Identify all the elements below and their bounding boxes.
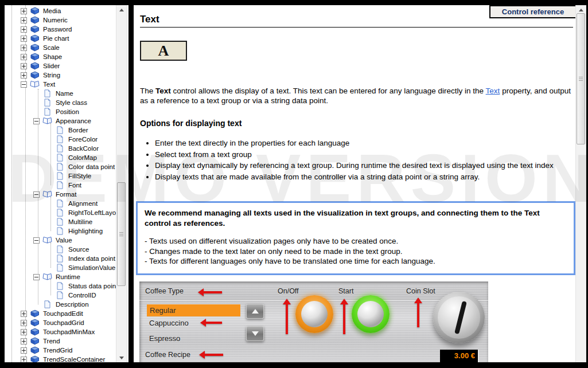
content-scrollbar-thumb[interactable] [577, 13, 585, 144]
coffee-type-option-regular: Regular [147, 304, 240, 316]
tree-item-touchpadgrid[interactable]: TouchpadGrid [5, 318, 116, 327]
tree-item-numeric[interactable]: Numeric [5, 15, 116, 25]
tree-item-trendscalecontainer[interactable]: TrendScaleContainer [5, 355, 116, 362]
up-triangle-icon [252, 309, 259, 314]
expand-icon[interactable] [21, 17, 27, 24]
list-up-button [246, 304, 264, 319]
tree-item-trend[interactable]: Trend [5, 336, 116, 346]
expand-icon[interactable] [21, 347, 27, 354]
expand-icon[interactable] [21, 329, 27, 335]
tree-item-colormap[interactable]: ColorMap [5, 153, 116, 162]
tree-item-label: Source [67, 246, 90, 253]
collapse-icon[interactable] [33, 274, 40, 280]
collapse-icon[interactable] [21, 81, 27, 88]
tree-item-color-data-point[interactable]: Color data point [5, 162, 116, 171]
tree-item-runtime[interactable]: Runtime [5, 272, 116, 281]
tree-item-label: Numeric [42, 17, 69, 24]
expand-icon[interactable] [21, 8, 27, 14]
tree-item-label: Text [42, 81, 56, 88]
tree-item-simulationvalue[interactable]: SimulationValue [5, 263, 116, 272]
expand-icon[interactable] [21, 72, 27, 79]
intro-bold: Text [155, 87, 171, 95]
text-property-link[interactable]: Text [486, 87, 500, 95]
tree-item-appearance[interactable]: Appearance [5, 116, 116, 126]
tree-item-multiline[interactable]: Multiline [5, 217, 116, 226]
tree-item-index-data-point[interactable]: Index data point [5, 254, 116, 263]
scroll-up-icon [579, 9, 583, 11]
tree-item-backcolor[interactable]: BackColor [5, 144, 116, 153]
tree-scrollbar-thumb[interactable] [117, 182, 126, 286]
tree-item-media[interactable]: Media [5, 6, 116, 15]
tree-item-value[interactable]: Value [5, 236, 116, 245]
tree-item-label: Appearance [54, 118, 92, 124]
tree-item-touchpadedit[interactable]: TouchpadEdit [5, 309, 116, 318]
book-closed-icon [29, 328, 40, 336]
tree-item-controlid[interactable]: ControlID [5, 291, 116, 300]
tree-item-border[interactable]: Border [5, 126, 116, 135]
collapse-icon[interactable] [33, 191, 40, 198]
control-reference-tab[interactable]: Control reference [489, 5, 577, 18]
tree-item-label: SimulationValue [67, 264, 116, 271]
expand-icon[interactable] [21, 54, 27, 60]
page-icon [54, 255, 65, 263]
book-closed-icon [29, 355, 40, 362]
intro-paragraph: The Text control allows the display of a… [140, 86, 575, 106]
expand-icon[interactable] [21, 36, 27, 42]
expand-icon[interactable] [21, 320, 27, 326]
page-icon [54, 282, 65, 290]
tree-item-style-class[interactable]: Style class [5, 98, 116, 107]
coffee-recipe-label: Coffee Recipe [145, 351, 190, 359]
tree-item-trendgrid[interactable]: TrendGrid [5, 346, 116, 355]
tree-item-fillstyle[interactable]: FillStyle [5, 171, 116, 181]
page-title: Text [140, 14, 159, 25]
expand-icon[interactable] [21, 311, 27, 317]
tree-item-description[interactable]: Description [5, 300, 116, 309]
page-icon [54, 144, 65, 152]
tree-item-label: ForeColor [67, 136, 99, 143]
collapse-icon[interactable] [33, 237, 40, 244]
tree-item-status-data-point[interactable]: Status data point [5, 281, 116, 291]
tree-item-pie-chart[interactable]: Pie chart [5, 34, 116, 43]
expand-icon[interactable] [21, 26, 27, 33]
tree-item-label: Media [42, 7, 62, 14]
tree-item-alignment[interactable]: Alignment [5, 199, 116, 208]
tree-item-scale[interactable]: Scale [5, 43, 116, 52]
expand-icon[interactable] [21, 63, 27, 69]
tree-item-font[interactable]: Font [5, 181, 116, 190]
tree-item-righttoleftlayout[interactable]: RightToLeftLayout [5, 208, 116, 217]
tree-item-source[interactable]: Source [5, 245, 116, 254]
text-control-icon-letter: A [158, 42, 169, 60]
page-icon [54, 218, 65, 226]
collapse-icon[interactable] [33, 118, 40, 124]
tree-item-shape[interactable]: Shape [5, 52, 116, 61]
content-scrollbar[interactable] [575, 5, 586, 362]
tree-item-touchpadminmax[interactable]: TouchpadMinMax [5, 327, 116, 336]
tree-item-forecolor[interactable]: ForeColor [5, 135, 116, 144]
page-icon [54, 154, 65, 162]
page-icon [54, 172, 65, 180]
recommendation-note: We recommend managing all texts used in … [136, 201, 575, 275]
book-closed-icon [29, 319, 40, 327]
expand-icon[interactable] [21, 338, 27, 344]
tree-item-name[interactable]: Name [5, 89, 116, 98]
note-line: - Texts used on different visualization … [145, 236, 567, 246]
annotation-arrow-left-icon [200, 320, 222, 325]
expand-icon[interactable] [21, 357, 27, 363]
book-closed-icon [29, 62, 40, 70]
tree-item-format[interactable]: Format [5, 190, 116, 199]
book-open-icon [42, 236, 53, 244]
tree-item-label: Pie chart [42, 35, 70, 42]
tree-item-position[interactable]: Position [5, 107, 116, 116]
tree-scroll-down-button[interactable] [116, 353, 126, 362]
tree-item-string[interactable]: String [5, 71, 116, 80]
tree-item-label: Slider [42, 62, 61, 69]
tree-item-label: Position [54, 108, 80, 115]
tree-scrollbar[interactable] [116, 5, 127, 362]
tree-scroll-up-button[interactable] [116, 5, 126, 14]
expand-icon[interactable] [21, 45, 27, 51]
tree-item-label: Name [54, 90, 75, 97]
tree-item-highlighting[interactable]: Highlighting [5, 226, 116, 236]
tree-item-password[interactable]: Password [5, 25, 116, 34]
tree-item-slider[interactable]: Slider [5, 61, 116, 71]
tree-item-text[interactable]: Text [5, 80, 116, 89]
